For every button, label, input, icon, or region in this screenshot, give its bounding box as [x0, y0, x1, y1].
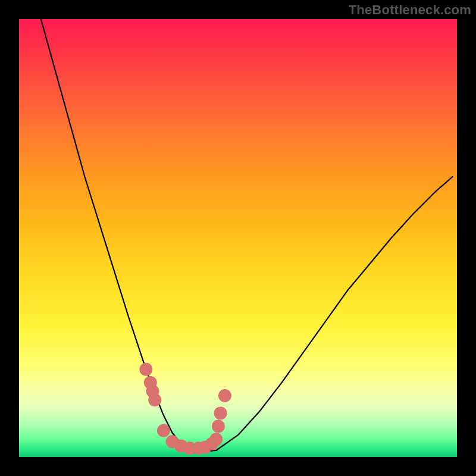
watermark-text: TheBottleneck.com — [349, 2, 471, 18]
highlight-dot — [139, 363, 152, 376]
highlight-dot — [209, 433, 223, 446]
highlight-dot — [157, 424, 170, 437]
highlight-dot — [218, 389, 231, 402]
highlight-dot — [214, 406, 227, 419]
bottleneck-curve — [41, 19, 453, 453]
highlight-dot — [212, 420, 225, 433]
highlight-dots — [139, 363, 231, 455]
chart-frame: TheBottleneck.com — [0, 0, 476, 476]
plot-area — [19, 19, 457, 457]
highlight-dot — [148, 393, 161, 406]
chart-svg — [19, 19, 457, 457]
